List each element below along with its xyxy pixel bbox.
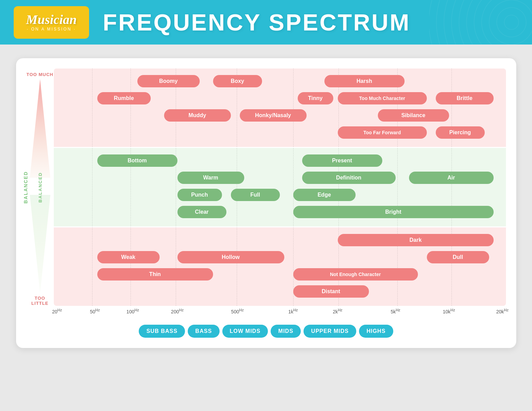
freq-axis: 20Hz 50Hz 100Hz 200Hz 500Hz 1kHz 2kHz 5k…: [57, 308, 503, 320]
pill-hollow: Hollow: [177, 251, 284, 263]
pill-row-b2: Warm Definition Air: [57, 171, 503, 185]
cat-low-mids[interactable]: LOW MIDS: [222, 325, 268, 338]
pill-boomy: Boomy: [137, 75, 200, 87]
chart-grid: Boomy Boxy Harsh Rumble Tinny Too Much C…: [54, 68, 506, 306]
section-too-much: Boomy Boxy Harsh Rumble Tinny Too Much C…: [54, 68, 506, 147]
freq-20khz: 20kHz: [496, 308, 508, 314]
cat-upper-mids[interactable]: UPPER MIDS: [304, 325, 356, 338]
axis-balanced-label: BALANCED: [23, 171, 28, 203]
freq-50hz: 50Hz: [90, 308, 100, 314]
pill-present: Present: [302, 154, 382, 167]
pill-row-1: Boomy Boxy Harsh: [57, 74, 503, 88]
svg-marker-0: [30, 79, 50, 178]
pill-thin: Thin: [97, 268, 213, 281]
pill-too-far-forward: Too Far Forward: [338, 126, 427, 139]
pill-clear: Clear: [177, 206, 226, 218]
freq-20hz: 20Hz: [52, 308, 62, 314]
main-container: TOO MUCH BALANCED TOO LITTLE: [16, 58, 516, 348]
section-too-little: Dark Weak Hollow Dull Thin Not Enough Ch…: [54, 227, 506, 306]
pill-brittle: Brittle: [436, 92, 494, 104]
freq-2khz: 2kHz: [333, 308, 342, 314]
freq-10khz: 10kHz: [443, 308, 455, 314]
pill-row-b3: Punch Full Edge: [57, 188, 503, 202]
pill-tinny: Tinny: [298, 92, 333, 104]
pill-too-much-character: Too Much Character: [338, 92, 427, 104]
pill-dark: Dark: [338, 234, 494, 246]
logo: Musician · ON A MISSION ·: [14, 6, 89, 39]
section-balanced: Bottom Present Warm Definition Air Punch…: [54, 148, 506, 226]
pill-row-l4: Distant: [57, 285, 503, 298]
pill-sibilance: Sibilance: [378, 109, 449, 122]
pill-definition: Definition: [302, 172, 396, 184]
pill-row-2: Rumble Tinny Too Much Character Brittle: [57, 91, 503, 105]
header: Musician · ON A MISSION · FREQUENCY SPEC…: [0, 0, 532, 45]
cat-sub-bass[interactable]: SUB BASS: [139, 325, 185, 338]
pill-boxy: Boxy: [213, 75, 262, 87]
pill-row-4: Too Far Forward Piercing: [57, 126, 503, 139]
freq-100hz: 100Hz: [126, 308, 139, 314]
pill-row-l3: Thin Not Enough Character: [57, 267, 503, 281]
pill-row-l1: Dark: [57, 233, 503, 247]
pill-harsh: Harsh: [324, 75, 405, 87]
category-row: SUB BASS BASS LOW MIDS MIDS UPPER MIDS H…: [26, 325, 506, 341]
cat-highs[interactable]: HIGHS: [359, 325, 393, 338]
pill-rumble: Rumble: [97, 92, 151, 104]
chart-area: TOO MUCH BALANCED TOO LITTLE: [26, 68, 506, 306]
cat-bass[interactable]: BASS: [188, 325, 219, 338]
pill-not-enough-character: Not Enough Character: [293, 268, 418, 281]
pill-honky-nasaly: Honky/Nasaly: [240, 109, 307, 122]
pill-warm: Warm: [177, 172, 244, 184]
pill-full: Full: [231, 189, 280, 201]
pill-edge: Edge: [293, 189, 356, 201]
pill-bright: Bright: [293, 206, 494, 218]
cat-mids[interactable]: MIDS: [271, 325, 301, 338]
pill-bottom: Bottom: [97, 154, 177, 167]
pill-muddy: Muddy: [164, 109, 231, 122]
pill-punch: Punch: [177, 189, 222, 201]
logo-musician: Musician: [26, 13, 77, 26]
left-axis: TOO MUCH BALANCED TOO LITTLE: [26, 68, 54, 306]
page-title: FREQUENCY SPECTRUM: [103, 9, 410, 36]
freq-200hz: 200Hz: [171, 308, 184, 314]
pill-row-3: Muddy Honky/Nasaly Sibilance: [57, 109, 503, 122]
freq-500hz: 500Hz: [231, 308, 244, 314]
freq-5khz: 5kHz: [391, 308, 400, 314]
pill-row-b4: Clear Bright: [57, 205, 503, 219]
pill-row-b1: Bottom Present: [57, 154, 503, 167]
pill-air: Air: [409, 172, 494, 184]
pill-distant: Distant: [293, 285, 369, 298]
axis-too-much-label: TOO MUCH: [26, 72, 53, 77]
pill-dull: Dull: [427, 251, 489, 263]
freq-1khz: 1kHz: [288, 308, 298, 314]
header-decoration: [429, 0, 532, 45]
axis-too-little-label: TOO LITTLE: [26, 296, 54, 306]
pill-piercing: Piercing: [436, 126, 485, 139]
pill-row-l2: Weak Hollow Dull: [57, 250, 503, 264]
pill-weak: Weak: [97, 251, 160, 263]
logo-tagline: · ON A MISSION ·: [27, 27, 76, 32]
axis-balanced-text: BALANCED: [37, 172, 42, 202]
svg-marker-1: [30, 195, 50, 294]
